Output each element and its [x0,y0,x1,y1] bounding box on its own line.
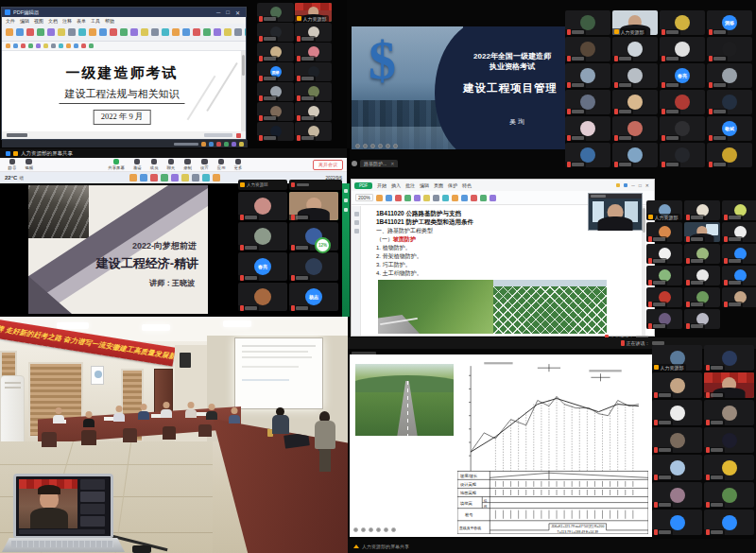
toolbar-icon[interactable] [471,195,477,201]
maximize-button[interactable]: □ [226,9,230,15]
toolbar-icon[interactable] [395,195,402,201]
participant-tile[interactable]: 洞修 [257,62,294,81]
participant-tile[interactable] [652,455,702,480]
participant-tile[interactable] [684,200,720,220]
scrollbar[interactable] [241,51,246,131]
participant-tile[interactable] [684,266,720,285]
participant-tile[interactable] [565,37,610,61]
toolbar-icon[interactable] [141,28,148,36]
wps-close-icon[interactable]: ✕ [645,182,649,188]
menu-item[interactable]: 文档 [48,18,58,24]
participant-tile[interactable]: 洞修 [707,10,752,35]
toolbar-icon[interactable] [47,28,55,36]
participant-tile[interactable] [704,400,754,425]
toolbar-icon[interactable] [151,28,159,36]
menu-item[interactable]: 视图 [34,18,43,24]
toolbar-icon[interactable] [224,142,229,147]
toolbar-button[interactable]: 视频 [25,159,33,171]
toolbar-icon[interactable] [224,28,232,36]
toolbar-icon[interactable] [239,142,244,147]
participant-tile[interactable] [660,90,705,114]
toolbar-icon[interactable] [203,28,211,36]
toolbar-icon[interactable] [78,28,86,36]
participant-label-tile[interactable] [289,180,342,190]
toolbar-button[interactable]: 静音 [9,159,17,171]
toolbar-button[interactable]: 更多 [234,159,243,171]
participant-tile[interactable] [612,116,658,141]
participant-tile[interactable] [238,283,287,311]
toolbar-icon[interactable] [81,43,86,48]
toolbar-icon[interactable] [442,195,449,201]
participant-video-tile[interactable] [684,222,720,242]
participant-tile[interactable] [704,455,754,480]
menu-item[interactable]: 表单 [77,18,86,24]
participant-tile[interactable] [684,244,720,264]
tool-icon[interactable] [236,133,241,138]
toolbar-button[interactable]: 录制 [183,159,192,171]
participant-tile[interactable] [565,143,610,167]
participant-tile[interactable] [612,37,658,61]
toolbar-icon[interactable] [161,174,168,181]
toolbar-icon[interactable] [214,28,221,36]
participant-tile[interactable] [565,90,610,114]
slide-page-dots[interactable] [355,144,398,148]
participant-tile[interactable]: 春亮 [660,63,705,88]
toolbar-icon[interactable] [201,142,206,147]
participant-tile[interactable]: 敬斌 [707,116,752,141]
toolbar-icon[interactable] [209,142,214,147]
toolbar-icon[interactable] [120,28,128,36]
participant-tile[interactable] [612,90,658,114]
participant-tile[interactable] [238,192,287,220]
toolbar-icon[interactable] [51,43,56,48]
participant-tile[interactable] [646,222,682,242]
wps-tab[interactable]: 页面 [434,182,443,188]
participant-tile[interactable] [707,37,752,61]
wps-scrollbar[interactable] [642,206,645,336]
participant-tile[interactable] [289,222,338,251]
toolbar-icon[interactable] [99,28,107,36]
toolbar-icon[interactable] [89,28,96,36]
participant-tile[interactable] [257,3,294,22]
toolbar-icon[interactable] [245,28,246,36]
participant-tile[interactable] [565,10,610,35]
participant-video-tile[interactable] [289,192,338,220]
titlebar-icon[interactable] [624,183,627,187]
participant-tile[interactable] [707,143,752,167]
toolbar-icon[interactable] [59,43,63,48]
toolbar-icon[interactable] [28,43,33,48]
participant-tile[interactable] [289,252,338,281]
wps-tab[interactable]: 编辑 [420,182,429,188]
wps-tab[interactable]: 开始 [377,182,387,188]
participant-tile[interactable] [660,10,705,35]
participant-tile[interactable] [704,345,754,371]
participant-tile[interactable] [660,143,705,167]
toolbar-icon[interactable] [414,195,421,201]
toolbar-icon[interactable] [461,195,468,201]
participant-tile[interactable] [295,102,332,121]
toolbar-icon[interactable] [172,28,180,36]
toolbar-button[interactable]: 邀请 [133,159,142,171]
toolbar-icon[interactable] [202,174,210,181]
participant-tile[interactable] [704,510,754,535]
toolbar-icon[interactable] [480,195,487,201]
panel-icon[interactable] [354,229,359,233]
wps-tab[interactable]: 特色 [462,182,472,188]
toolbar-icon[interactable] [68,28,76,36]
wps-maximize-icon[interactable]: □ [639,182,642,188]
participant-tile[interactable] [704,427,754,453]
participant-tile[interactable] [612,63,658,88]
menu-item[interactable]: 帮助 [105,18,114,24]
leave-meeting-button[interactable]: 离开会议 [313,160,343,170]
participant-tile[interactable] [257,43,294,61]
toolbar-icon[interactable] [423,195,430,201]
titlebar-icon[interactable] [616,183,620,187]
participant-tile[interactable] [722,222,756,242]
participant-tile[interactable] [257,122,294,141]
minimize-button[interactable]: ─ [216,9,220,15]
participant-video-tile[interactable]: 人力资源部 [295,3,332,22]
wps-scrollbar-thumb[interactable] [643,208,645,233]
menu-item[interactable]: 编辑 [20,18,29,24]
participant-tile[interactable] [612,143,658,167]
toolbar-button[interactable]: 共享屏幕 [108,159,125,171]
menu-item[interactable]: 工具 [91,18,100,24]
